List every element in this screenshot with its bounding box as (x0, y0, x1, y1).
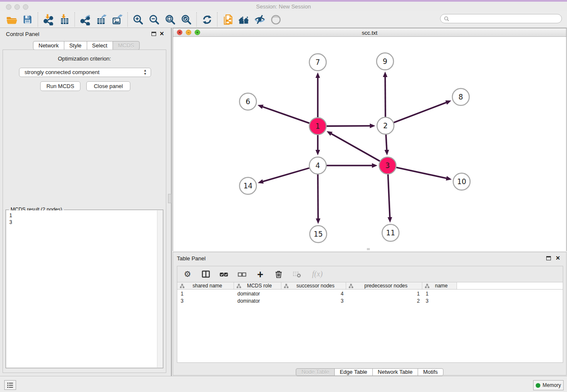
graph-edge-3-11[interactable] (388, 174, 392, 223)
column-header-shared-name[interactable]: shared name (177, 282, 234, 289)
cell-MCDS-role[interactable]: dominator (234, 290, 281, 297)
new-network-from-file-button[interactable] (220, 12, 236, 27)
tab-edge-table[interactable]: Edge Table (334, 368, 373, 376)
cell-successor-nodes[interactable]: 3 (281, 297, 346, 304)
import-network-button[interactable] (40, 12, 56, 27)
cell-shared-name[interactable]: 3 (177, 297, 234, 304)
memory-status-icon (536, 383, 540, 388)
trash-icon (274, 269, 284, 279)
column-header-successor-nodes[interactable]: successor nodes (281, 282, 346, 289)
refresh-button[interactable] (199, 12, 215, 27)
close-panel-icon[interactable]: ✕ (160, 31, 164, 36)
show-columns-button[interactable] (200, 268, 212, 280)
cell-name[interactable]: 3 (422, 297, 457, 304)
open-file-button[interactable] (3, 12, 19, 27)
graph-node-1[interactable]: 1 (309, 118, 326, 135)
memory-button[interactable]: Memory (533, 380, 564, 390)
graph-edge-3-1[interactable] (327, 131, 380, 161)
export-network-button[interactable] (77, 12, 93, 27)
cell-predecessor-nodes[interactable]: 2 (346, 297, 422, 304)
cell-predecessor-nodes[interactable]: 1 (346, 290, 422, 297)
table-toolbar: ⚙ (177, 266, 563, 282)
float-panel-icon[interactable] (151, 32, 156, 36)
graph-node-11[interactable]: 11 (382, 224, 399, 241)
tab-node-table[interactable]: Node Table (296, 368, 335, 376)
graph-edge-2-8[interactable] (394, 100, 451, 122)
float-table-panel-icon[interactable] (546, 256, 551, 260)
graph-node-15[interactable]: 15 (310, 226, 327, 243)
delete-table-button[interactable] (291, 268, 303, 280)
graph-edge-1-7[interactable] (316, 72, 320, 117)
cell-shared-name[interactable]: 1 (177, 290, 234, 297)
tab-mcds[interactable]: MCDS (113, 41, 140, 50)
table-settings-button[interactable]: ⚙ (182, 268, 193, 280)
graph-node-label: 1 (316, 122, 320, 130)
table-row[interactable]: 3dominator323 (177, 297, 563, 304)
column-header-predecessor-nodes[interactable]: predecessor nodes (346, 282, 422, 289)
show-panel-button[interactable] (268, 12, 284, 27)
task-history-button[interactable] (4, 380, 16, 390)
graph-node-14[interactable]: 14 (239, 177, 256, 194)
graph-node-9[interactable]: 9 (377, 53, 394, 70)
export-table-button[interactable] (93, 12, 109, 27)
tab-network[interactable]: Network (33, 41, 64, 50)
cell-name[interactable]: 1 (422, 290, 457, 297)
tab-network-table[interactable]: Network Table (372, 368, 418, 376)
add-row-button[interactable]: + (254, 268, 266, 280)
graph-edge-2-3[interactable] (385, 135, 389, 155)
mcds-result-scrollbar[interactable] (157, 210, 162, 367)
criterion-select[interactable]: strongly connected component ▲▼ (19, 68, 151, 77)
close-panel-button[interactable]: Close panel (86, 81, 130, 91)
zoom-fit-button[interactable] (162, 12, 178, 27)
save-session-button[interactable] (19, 12, 36, 27)
graph-edge-4-3[interactable] (327, 163, 377, 168)
graph-node-4[interactable]: 4 (309, 157, 326, 174)
export-image-icon (112, 14, 123, 25)
graph-node-2[interactable]: 2 (377, 117, 394, 134)
graph-edge-1-4[interactable] (316, 135, 320, 155)
graph-edge-2-9[interactable] (383, 72, 388, 117)
graph-edge-1-6[interactable] (258, 105, 310, 123)
run-mcds-button[interactable]: Run MCDS (40, 81, 80, 91)
graph-node-7[interactable]: 7 (309, 54, 326, 71)
home-button[interactable] (236, 12, 252, 27)
select-all-button[interactable] (218, 268, 230, 280)
control-panel-title: Control Panel (6, 31, 39, 37)
tab-motifs[interactable]: Motifs (418, 368, 443, 376)
zoom-out-button[interactable] (146, 12, 162, 27)
graph-edge-1-2[interactable] (327, 124, 375, 128)
search-field[interactable] (440, 14, 562, 23)
table-row[interactable]: 1dominator411 (177, 290, 563, 297)
window-resize-grip[interactable] (367, 248, 370, 250)
node-table-frame: ⚙ (177, 266, 563, 363)
status-bar: Memory (0, 376, 567, 392)
column-header-name[interactable]: name (422, 282, 457, 289)
graph-edge-3-10[interactable] (396, 167, 452, 180)
deselect-all-button[interactable] (236, 268, 248, 280)
column-header-MCDS-role[interactable]: MCDS role (234, 282, 281, 289)
tab-style[interactable]: Style (64, 41, 87, 50)
zoom-in-button[interactable] (130, 12, 146, 27)
delete-row-button[interactable] (272, 268, 284, 280)
cell-MCDS-role[interactable]: dominator (234, 297, 281, 304)
open-folder-icon (6, 14, 17, 25)
graph-edge-4-15[interactable] (316, 174, 320, 224)
zoom-selected-button[interactable] (178, 12, 194, 27)
hide-panel-button[interactable] (252, 12, 268, 27)
cell-successor-nodes[interactable]: 4 (281, 290, 346, 297)
panel-splitter-handle[interactable] (168, 194, 171, 203)
export-image-button[interactable] (109, 12, 125, 27)
graph-node-10[interactable]: 10 (453, 173, 470, 190)
network-graph[interactable]: 7968124314101511 (173, 37, 566, 251)
graph-node-3[interactable]: 3 (379, 157, 396, 174)
mcds-result-textarea[interactable]: 13 (6, 210, 162, 367)
search-input[interactable] (449, 15, 558, 22)
close-table-panel-icon[interactable]: ✕ (556, 255, 560, 261)
graph-node-6[interactable]: 6 (239, 93, 256, 110)
import-table-button[interactable] (56, 12, 72, 27)
function-builder-button[interactable]: f(x) (309, 268, 326, 280)
tab-select[interactable]: Select (87, 41, 113, 50)
graph-node-8[interactable]: 8 (452, 88, 469, 105)
network-window-titlebar[interactable]: ✕ − + scc.txt (173, 28, 566, 37)
graph-edge-4-14[interactable] (258, 168, 309, 184)
